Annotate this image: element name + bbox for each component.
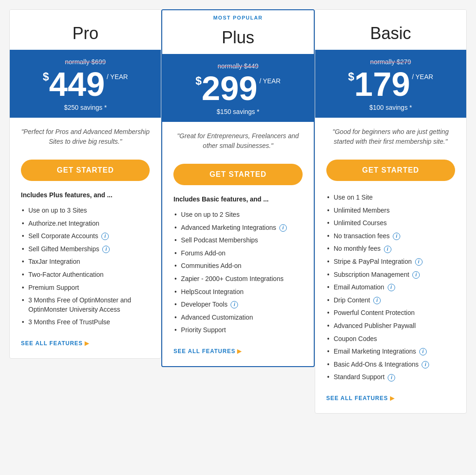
most-popular-badge: MOST POPULAR [162, 10, 313, 23]
features-list-pro: Use on up to 3 SitesAuthorize.net Integr… [21, 204, 150, 329]
feature-item: Standard Support i [326, 371, 455, 384]
info-icon[interactable]: i [231, 301, 238, 308]
feature-item: Priority Support [173, 324, 302, 337]
feature-item: Sell Podcast Memberships [173, 234, 302, 247]
price-per-year-pro: / YEAR [107, 73, 128, 81]
plan-title-plus: Plus [162, 23, 313, 54]
feature-item: Communities Add-on [173, 260, 302, 273]
price-normally-basic: normally $279 [324, 58, 457, 66]
plan-card-pro: Pronormally $699$449/ YEAR$250 savings *… [9, 9, 161, 359]
feature-item: Email Marketing Integrations i [326, 345, 455, 358]
see-all-features-link-plus[interactable]: SEE ALL FEATURES ▶ [173, 348, 242, 355]
feature-item: No monthly fees i [326, 242, 455, 255]
feature-item: HelpScout Integration [173, 286, 302, 299]
price-dollar-pro: $ [43, 71, 49, 82]
price-amount-basic: 179 [354, 67, 410, 101]
info-icon[interactable]: i [388, 374, 395, 381]
plan-tagline-plus: "Great for Entrepreneurs, Freelancers an… [173, 131, 302, 155]
feature-item: Premium Support [21, 281, 150, 294]
feature-item: Subscription Management i [326, 268, 455, 281]
price-per-year-plus: / YEAR [259, 77, 281, 85]
price-savings-plus: $150 savings * [172, 108, 304, 115]
feature-item: 3 Months Free of TrustPulse [21, 316, 150, 329]
feature-item: Unlimited Members [326, 204, 455, 217]
info-icon[interactable]: i [102, 246, 110, 253]
feature-item: Powerful Content Protection [326, 307, 455, 320]
price-dollar-plus: $ [195, 75, 201, 87]
info-icon[interactable]: i [279, 224, 287, 232]
feature-item: TaxJar Integration [21, 255, 150, 268]
arrow-icon: ▶ [85, 340, 89, 347]
price-savings-pro: $250 savings * [19, 104, 152, 111]
price-block-basic: normally $279$179/ YEAR$100 savings * [315, 50, 466, 118]
price-normally-plus: normally $449 [172, 62, 304, 70]
pricing-container: Pronormally $699$449/ YEAR$250 savings *… [9, 9, 467, 414]
info-icon[interactable]: i [101, 233, 109, 240]
plan-title-basic: Basic [315, 10, 466, 50]
feature-item: Sell Corporate Accounts i [21, 230, 150, 243]
feature-item: Advanced Customization [173, 311, 302, 324]
see-all-features-link-basic[interactable]: SEE ALL FEATURES ▶ [326, 395, 395, 401]
info-icon[interactable]: i [388, 284, 395, 291]
plan-card-plus: MOST POPULARPlusnormally $449$299/ YEAR$… [161, 9, 314, 367]
feature-item: Advanced Publisher Paywall [326, 320, 455, 333]
feature-item: Coupon Codes [326, 333, 455, 346]
price-amount-pro: 449 [49, 67, 105, 101]
feature-item: Developer Tools i [173, 298, 302, 311]
price-block-pro: normally $699$449/ YEAR$250 savings * [10, 50, 161, 118]
price-savings-basic: $100 savings * [324, 104, 457, 111]
feature-item: Zapier - 2000+ Custom Integrations [173, 273, 302, 286]
plan-tagline-pro: "Perfect for Pros and Advanced Membershi… [21, 127, 150, 151]
info-icon[interactable]: i [384, 246, 391, 253]
price-block-plus: normally $449$299/ YEAR$150 savings * [162, 54, 313, 122]
feature-item: Email Automation i [326, 281, 455, 294]
arrow-icon: ▶ [237, 348, 242, 355]
get-started-btn-basic[interactable]: GET STARTED [326, 160, 455, 181]
price-per-year-basic: / YEAR [412, 73, 433, 81]
feature-item: No transaction fees i [326, 230, 455, 243]
info-icon[interactable]: i [415, 258, 423, 266]
plan-body-basic: "Good for beginners who are just getting… [315, 118, 466, 413]
features-list-basic: Use on 1 SiteUnlimited MembersUnlimited … [326, 191, 455, 384]
features-intro-plus: Includes Basic features, and ... [173, 195, 302, 203]
feature-item: Drip Content i [326, 294, 455, 307]
price-amount-plus: 299 [202, 72, 258, 105]
plan-tagline-basic: "Good for beginners who are just getting… [326, 127, 455, 151]
plan-card-basic: Basicnormally $279$179/ YEAR$100 savings… [315, 9, 467, 414]
arrow-icon: ▶ [390, 395, 395, 401]
feature-item: Basic Add-Ons & Integrations i [326, 358, 455, 371]
info-icon[interactable]: i [373, 297, 381, 304]
feature-item: Sell Gifted Memberships i [21, 243, 150, 256]
price-main-plus: $299/ YEAR [172, 72, 304, 105]
plan-body-plus: "Great for Entrepreneurs, Freelancers an… [162, 122, 313, 366]
price-main-basic: $179/ YEAR [324, 67, 457, 101]
price-dollar-basic: $ [348, 71, 354, 82]
feature-item: 3 Months Free of OptinMonster and OptinM… [21, 294, 150, 316]
features-intro-pro: Includes Plus features, and ... [21, 191, 150, 199]
feature-item: Use on up to 2 Sites [173, 208, 302, 221]
features-list-plus: Use on up to 2 SitesAdvanced Marketing I… [173, 208, 302, 337]
price-normally-pro: normally $699 [19, 58, 152, 66]
info-icon[interactable]: i [412, 271, 420, 279]
feature-item: Advanced Marketing Integrations i [173, 221, 302, 234]
get-started-btn-pro[interactable]: GET STARTED [21, 160, 150, 181]
feature-item: Stripe & PayPal Integration i [326, 255, 455, 268]
feature-item: Two-Factor Authentication [21, 268, 150, 281]
feature-item: Unlimited Courses [326, 217, 455, 230]
feature-item: Use on 1 Site [326, 191, 455, 204]
get-started-btn-plus[interactable]: GET STARTED [173, 164, 302, 185]
plan-body-pro: "Perfect for Pros and Advanced Membershi… [10, 118, 161, 358]
feature-item: Forums Add-on [173, 247, 302, 260]
feature-item: Authorize.net Integration [21, 217, 150, 230]
plan-title-pro: Pro [10, 10, 161, 50]
price-main-pro: $449/ YEAR [19, 67, 152, 101]
see-all-features-link-pro[interactable]: SEE ALL FEATURES ▶ [21, 340, 89, 347]
info-icon[interactable]: i [422, 361, 429, 368]
info-icon[interactable]: i [419, 348, 427, 355]
feature-item: Use on up to 3 Sites [21, 204, 150, 217]
info-icon[interactable]: i [393, 233, 400, 240]
